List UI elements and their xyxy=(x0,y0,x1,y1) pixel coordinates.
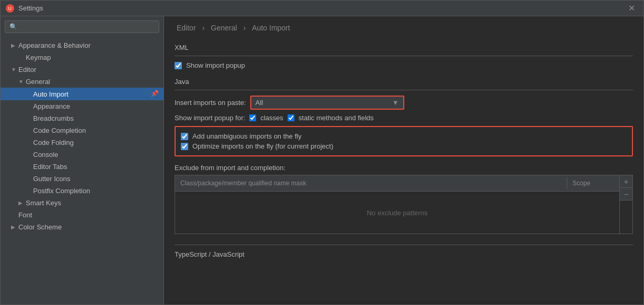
sidebar-item-label: Editor xyxy=(18,66,159,73)
search-box[interactable]: 🔍 xyxy=(5,20,159,33)
sidebar-item-label: Code Folding xyxy=(33,139,159,146)
sidebar-item-label: Postfix Completion xyxy=(33,187,159,195)
sidebar-item-postfix-completion[interactable]: Postfix Completion xyxy=(1,185,163,197)
sidebar-item-appearance[interactable]: Appearance xyxy=(1,100,163,112)
sidebar-item-editor-tabs[interactable]: Editor Tabs xyxy=(1,161,163,173)
breadcrumb-sep-1: › xyxy=(202,24,207,32)
sidebar-item-label: Breadcrumbs xyxy=(33,114,159,122)
sidebar-item-smart-keys[interactable]: ▶ Smart Keys xyxy=(1,197,163,209)
java-divider xyxy=(175,90,633,90)
sidebar-item-label: Gutter Icons xyxy=(33,175,159,183)
optimize-imports-label: Optimize imports on the fly (for current… xyxy=(192,142,333,150)
optimize-imports-checkbox[interactable] xyxy=(181,143,188,150)
xml-section-header: XML xyxy=(175,44,633,51)
show-popup-row: Show import popup for: classes static me… xyxy=(175,114,633,122)
arrow-icon: ▼ xyxy=(18,79,26,85)
sidebar-item-label: Font xyxy=(18,211,159,219)
sidebar-item-console[interactable]: Console xyxy=(1,149,163,161)
sidebar-tree: ▶ Appearance & Behavior Keymap ▼ Editor … xyxy=(1,37,163,304)
titlebar: U Settings ✕ xyxy=(1,1,643,16)
svg-text:U: U xyxy=(8,6,12,11)
arrow-icon: ▶ xyxy=(11,224,18,230)
ts-section-header: TypeScript / JavaScript xyxy=(175,250,633,258)
arrow-icon: ▶ xyxy=(11,43,18,48)
sidebar-item-appearance-behavior[interactable]: ▶ Appearance & Behavior xyxy=(1,39,163,51)
add-unambiguous-label: Add unambiguous imports on the fly xyxy=(192,132,301,140)
exclude-table-header: Class/package/member qualified name mask… xyxy=(175,175,619,192)
sidebar-item-label: Appearance xyxy=(33,102,159,110)
app-icon: U xyxy=(6,4,14,13)
show-popup-for-label: Show import popup for: xyxy=(175,114,245,122)
sidebar-item-label: General xyxy=(26,78,159,86)
breadcrumb-part-2: General xyxy=(211,24,237,32)
breadcrumb-sep-2: › xyxy=(243,24,248,32)
right-panel: Editor › General › Auto Import XML Show … xyxy=(164,16,643,304)
col-scope-header: Scope xyxy=(567,177,619,189)
sidebar-item-label: Keymap xyxy=(26,54,159,61)
sidebar-item-font[interactable]: Font xyxy=(1,209,163,221)
add-unambiguous-row: Add unambiguous imports on the fly xyxy=(181,132,627,140)
sidebar-item-label: Color Scheme xyxy=(18,223,159,231)
pin-icon: 📌 xyxy=(151,90,159,98)
window-title: Settings xyxy=(18,4,625,12)
add-unambiguous-checkbox[interactable] xyxy=(181,133,188,140)
sidebar-item-label: Smart Keys xyxy=(26,199,159,207)
exclude-table-container: Class/package/member qualified name mask… xyxy=(175,175,633,234)
highlighted-options-box: Add unambiguous imports on the fly Optim… xyxy=(175,126,633,156)
breadcrumb-part-1: Editor xyxy=(177,24,196,32)
ts-section: TypeScript / JavaScript xyxy=(175,245,633,258)
optimize-imports-row: Optimize imports on the fly (for current… xyxy=(181,142,627,150)
xml-divider xyxy=(175,56,633,56)
java-section-header: Java xyxy=(175,78,633,86)
sidebar-item-code-completion[interactable]: Code Completion xyxy=(1,124,163,136)
no-patterns-label: No exclude patterns xyxy=(367,209,428,217)
insert-imports-select[interactable]: All Ask None xyxy=(251,97,388,109)
breadcrumb-part-3: Auto Import xyxy=(252,24,290,32)
sidebar-item-label: Code Completion xyxy=(33,127,159,134)
sidebar-item-editor[interactable]: ▼ Editor xyxy=(1,64,163,76)
arrow-icon: ▶ xyxy=(18,200,26,206)
add-exclude-button[interactable]: + xyxy=(620,175,632,188)
xml-show-import-popup-row: Show import popup xyxy=(175,61,633,69)
sidebar-item-gutter-icons[interactable]: Gutter Icons xyxy=(1,173,163,185)
arrow-icon: ▼ xyxy=(11,67,18,72)
col-class-header: Class/package/member qualified name mask xyxy=(175,177,567,189)
exclude-section: Exclude from import and completion: Clas… xyxy=(175,164,633,234)
sidebar-item-color-scheme[interactable]: ▶ Color Scheme xyxy=(1,221,163,233)
sidebar: 🔍 ▶ Appearance & Behavior Keymap ▼ Edito… xyxy=(1,16,164,304)
settings-window: U Settings ✕ 🔍 ▶ Appearance & Behavior K… xyxy=(0,0,644,305)
xml-show-import-popup-checkbox[interactable] xyxy=(175,62,182,69)
exclude-table-main: Class/package/member qualified name mask… xyxy=(175,175,619,234)
static-methods-label: static methods and fields xyxy=(299,114,374,122)
insert-imports-dropdown-wrapper: All Ask None ▼ xyxy=(250,96,404,110)
sidebar-item-label: Editor Tabs xyxy=(33,163,159,171)
xml-show-import-popup-label: Show import popup xyxy=(186,61,245,69)
side-buttons: + − xyxy=(619,175,632,234)
static-methods-checkbox[interactable] xyxy=(288,114,294,121)
exclude-table-body: No exclude patterns xyxy=(175,192,619,234)
classes-label: classes xyxy=(260,114,283,122)
main-content: 🔍 ▶ Appearance & Behavior Keymap ▼ Edito… xyxy=(1,16,643,304)
sidebar-item-label: Appearance & Behavior xyxy=(18,41,159,49)
search-icon: 🔍 xyxy=(9,23,17,30)
sidebar-item-label: Console xyxy=(33,151,159,159)
insert-imports-row: Insert imports on paste: All Ask None ▼ xyxy=(175,96,633,110)
sidebar-item-code-folding[interactable]: Code Folding xyxy=(1,136,163,149)
sidebar-item-general[interactable]: ▼ General xyxy=(1,76,163,88)
close-button[interactable]: ✕ xyxy=(625,2,638,14)
exclude-label: Exclude from import and completion: xyxy=(175,164,633,172)
sidebar-item-keymap[interactable]: Keymap xyxy=(1,51,163,64)
sidebar-item-label: Auto Import xyxy=(33,90,151,98)
insert-imports-label: Insert imports on paste: xyxy=(175,99,246,107)
content-area: XML Show import popup Java Insert import… xyxy=(164,37,643,304)
sidebar-item-breadcrumbs[interactable]: Breadcrumbs xyxy=(1,112,163,124)
dropdown-arrow-icon: ▼ xyxy=(388,97,403,109)
search-input[interactable] xyxy=(21,23,155,30)
breadcrumb: Editor › General › Auto Import xyxy=(164,16,643,37)
classes-checkbox[interactable] xyxy=(249,114,256,121)
remove-exclude-button[interactable]: − xyxy=(620,188,632,201)
sidebar-item-auto-import[interactable]: Auto Import 📌 xyxy=(1,88,163,100)
